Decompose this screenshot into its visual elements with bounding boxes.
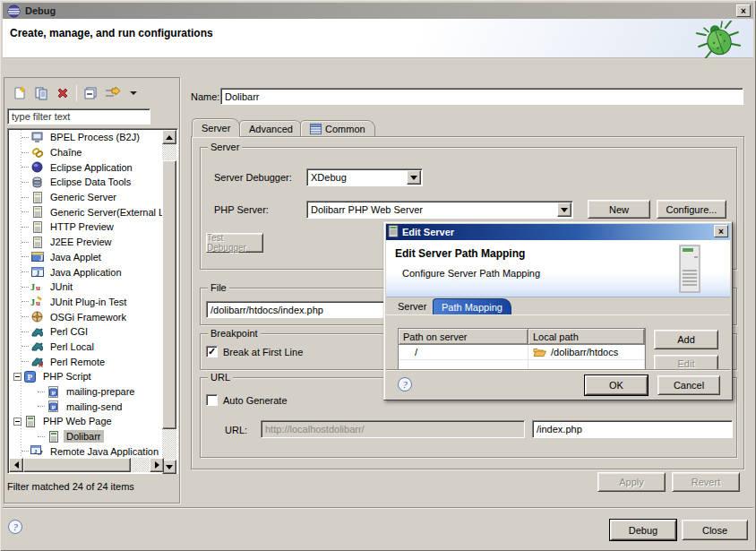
tree-item-junit[interactable]: JuJUnit bbox=[9, 280, 163, 295]
tree-item-cha-ne[interactable]: Chaîne bbox=[9, 145, 163, 160]
delete-config-icon[interactable] bbox=[55, 85, 71, 101]
svg-text:P: P bbox=[52, 404, 56, 411]
edit-server-title: Edit Server bbox=[402, 227, 454, 237]
tree-item-java-application[interactable]: JJava Application bbox=[9, 264, 163, 280]
name-input[interactable]: Dolibarr bbox=[220, 88, 743, 105]
tab-server[interactable]: Server bbox=[192, 118, 240, 137]
toolbar-menu-arrow-icon[interactable] bbox=[125, 85, 142, 101]
column-local-path[interactable]: Local path bbox=[528, 329, 645, 345]
tree-item-eclipse-application[interactable]: Eclipse Application bbox=[9, 159, 163, 175]
tree-item-generic-server[interactable]: Generic Server bbox=[9, 190, 163, 205]
close-button[interactable]: Close bbox=[682, 520, 748, 540]
scroll-up-button[interactable] bbox=[162, 130, 176, 144]
server-green-icon bbox=[47, 430, 60, 443]
scroll-left-button[interactable] bbox=[9, 458, 23, 472]
window-close-button[interactable]: × bbox=[736, 4, 751, 17]
tree-connector bbox=[21, 287, 29, 288]
tree-connector bbox=[38, 436, 45, 437]
url-base-input[interactable]: http://localhostdolibarr/ bbox=[261, 420, 525, 438]
test-debugger-button[interactable]: Test Debugger bbox=[206, 233, 263, 253]
tab-advanced[interactable]: Advanced bbox=[239, 120, 303, 137]
vertical-scroll-thumb[interactable] bbox=[162, 160, 176, 429]
tree-item-label: Chaîne bbox=[47, 146, 84, 159]
tree-item-mailing-send[interactable]: Pmailing-send bbox=[9, 399, 163, 414]
url-label: URL: bbox=[225, 425, 247, 435]
dialog-help-icon[interactable]: ? bbox=[398, 377, 412, 392]
help-icon[interactable]: ? bbox=[8, 520, 22, 534]
edit-server-titlebar[interactable]: Edit Server × bbox=[386, 224, 730, 240]
name-label: Name: bbox=[191, 91, 219, 102]
tree-item-http-preview[interactable]: HTTP Preview bbox=[9, 220, 163, 235]
tree-item-perl-cgi[interactable]: Perl CGI bbox=[9, 324, 163, 340]
server-icon bbox=[30, 236, 44, 248]
revert-button[interactable]: Revert bbox=[672, 472, 740, 492]
php-server-select[interactable]: Dolibarr PHP Web Server bbox=[306, 201, 573, 219]
collapse-expander-icon[interactable] bbox=[13, 418, 21, 426]
php-file-icon: P bbox=[47, 400, 60, 413]
table-header-row: Path on server Local path bbox=[399, 329, 645, 345]
server-debugger-select[interactable]: XDebug bbox=[306, 168, 423, 186]
cancel-button[interactable]: Cancel bbox=[657, 375, 720, 395]
tree-item-junit-plug-in-test[interactable]: JuJUnit Plug-in Test bbox=[9, 295, 163, 310]
tree-item-php-web-page[interactable]: PHP Web Page bbox=[9, 414, 163, 429]
window-titlebar[interactable]: Debug × bbox=[3, 3, 753, 19]
duplicate-config-icon[interactable] bbox=[33, 85, 49, 101]
dialog-tab-server[interactable]: Server bbox=[390, 298, 434, 314]
tab-common[interactable]: Common bbox=[300, 120, 375, 137]
column-path-on-server[interactable]: Path on server bbox=[399, 329, 528, 345]
filter-icon[interactable] bbox=[104, 85, 120, 101]
tree-connector bbox=[21, 182, 29, 183]
tree-item-j2ee-preview[interactable]: J2EE Preview bbox=[9, 235, 163, 250]
tree-item-perl-remote[interactable]: RPerl Remote bbox=[9, 354, 163, 369]
tree-item-osgi-framework[interactable]: OSGi Framework bbox=[9, 309, 163, 324]
tree-item-dolibarr[interactable]: Dolibarr bbox=[9, 429, 163, 444]
tree-connector bbox=[21, 361, 29, 362]
configure-server-button[interactable]: Configure... bbox=[657, 200, 726, 219]
auto-generate-checkbox[interactable] bbox=[206, 394, 218, 406]
tree-connector bbox=[21, 152, 29, 153]
configurations-sidebar: type filter text BPEL Process (B2J)Chaîn… bbox=[4, 77, 180, 504]
junit-icon: Ju bbox=[30, 280, 44, 293]
svg-text:u: u bbox=[36, 283, 40, 292]
dialog-tab-path-mapping[interactable]: Path Mapping bbox=[433, 298, 511, 314]
svg-text:J: J bbox=[39, 254, 43, 263]
collapse-all-icon[interactable] bbox=[82, 85, 99, 101]
dropdown-arrow-icon[interactable] bbox=[557, 202, 571, 217]
scroll-right-button[interactable] bbox=[150, 458, 164, 472]
horizontal-scroll-thumb[interactable] bbox=[23, 458, 131, 472]
tree-item-php-script[interactable]: PPHP Script bbox=[9, 369, 163, 384]
tree-item-remote-java-application[interactable]: JRemote Java Application bbox=[9, 443, 163, 459]
edit-server-close-button[interactable]: × bbox=[714, 225, 728, 237]
add-mapping-button[interactable]: Add bbox=[654, 330, 718, 349]
tree-item-label: PHP Script bbox=[40, 370, 94, 383]
path-mapping-panel: Path on server Local path / /dolibarr/ht… bbox=[386, 314, 730, 371]
tree-item-bpel-process-b2j[interactable]: BPEL Process (B2J) bbox=[9, 130, 163, 145]
tree-horizontal-scrollbar[interactable] bbox=[9, 458, 164, 472]
break-first-line-checkbox[interactable]: ✓ bbox=[206, 346, 218, 357]
tree-vertical-scrollbar[interactable] bbox=[162, 130, 176, 474]
type-filter-input[interactable]: type filter text bbox=[7, 108, 150, 125]
apply-button[interactable]: Apply bbox=[597, 472, 666, 492]
collapse-expander-icon[interactable] bbox=[13, 373, 21, 381]
scroll-down-button[interactable] bbox=[162, 460, 176, 474]
new-server-button[interactable]: New bbox=[588, 200, 650, 219]
path-mapping-table[interactable]: Path on server Local path / /dolibarr/ht… bbox=[398, 328, 646, 371]
tree-item-label: BPEL Process (B2J) bbox=[47, 131, 142, 143]
new-config-icon[interactable] bbox=[12, 85, 28, 101]
tree-connector bbox=[21, 451, 29, 452]
tree-item-java-applet[interactable]: JJava Applet bbox=[9, 250, 163, 265]
tree-item-label: PHP Web Page bbox=[40, 415, 115, 427]
ok-button[interactable]: OK bbox=[585, 375, 648, 395]
tree-item-generic-server-external-la[interactable]: Generic Server(External La bbox=[9, 204, 163, 220]
tree-item-mailing-prepare[interactable]: Pmailing-prepare bbox=[9, 384, 163, 400]
table-row[interactable]: / /dolibarr/htdocs bbox=[399, 345, 645, 360]
tree-item-eclipse-data-tools[interactable]: Eclipse Data Tools bbox=[9, 175, 163, 190]
dropdown-arrow-icon[interactable] bbox=[407, 170, 421, 185]
edit-server-header: Edit Server Path Mapping Configure Serve… bbox=[386, 240, 730, 297]
tree-item-perl-local[interactable]: Perl Local bbox=[9, 340, 163, 355]
debug-button[interactable]: Debug bbox=[610, 520, 676, 540]
url-path-input[interactable]: /index.php bbox=[532, 420, 733, 438]
php-server-label: PHP Server: bbox=[214, 204, 269, 215]
edit-server-heading: Edit Server Path Mapping bbox=[395, 247, 525, 260]
php-icon: P bbox=[23, 370, 37, 383]
